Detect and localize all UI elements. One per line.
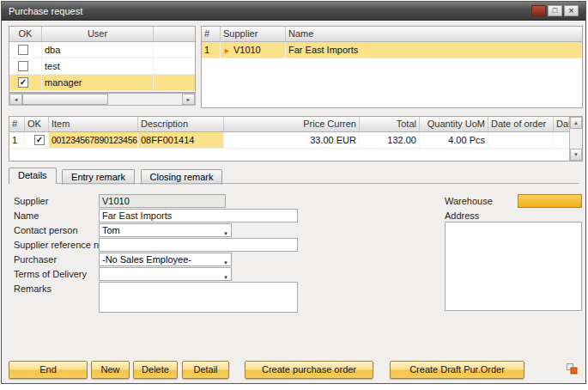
end-button[interactable]: End — [9, 361, 88, 379]
supplier-code[interactable]: V1010 — [233, 45, 261, 55]
tab-panel-border — [9, 183, 579, 184]
terms-of-delivery-dropdown[interactable]: ▼ — [99, 267, 232, 281]
approver-user-cell[interactable]: test — [42, 58, 154, 74]
create-purchase-order-button[interactable]: Create purchase order — [245, 361, 373, 379]
supplier-reference-field[interactable] — [99, 238, 298, 252]
approvers-horizontal-scrollbar[interactable]: ◄ ► — [9, 93, 196, 106]
column-header-ok: OK — [25, 117, 49, 131]
close-button[interactable]: × — [564, 5, 579, 16]
tab-strip: Details Entry remark Closing remark — [9, 168, 224, 184]
column-header-description: Description — [138, 117, 224, 131]
item-row-number[interactable]: 1 — [9, 132, 25, 148]
column-header-num: # — [9, 117, 25, 131]
scrollbar-track[interactable] — [570, 129, 582, 149]
checkbox[interactable] — [18, 45, 28, 55]
column-header-num: # — [202, 27, 221, 41]
purchaser-dropdown[interactable]: -No Sales Employee- ▼ — [99, 253, 232, 266]
supplier-field[interactable] — [99, 194, 226, 208]
column-header-price-currency: Price Curren — [224, 117, 360, 131]
create-draft-purchase-order-button[interactable]: Create Draft Pur.Order — [390, 361, 524, 379]
scroll-left-icon[interactable]: ◄ — [9, 94, 22, 105]
item-total-cell[interactable]: 132.00 — [360, 132, 420, 148]
item-date-of-order-cell[interactable] — [488, 132, 554, 148]
column-header-date-closing: Date c — [554, 117, 569, 131]
approver-ok-cell[interactable]: ✓ — [9, 75, 42, 90]
suppliers-header-row: # Supplier Name — [202, 27, 582, 42]
column-header-item: Item — [49, 117, 138, 131]
checkbox[interactable] — [18, 61, 28, 71]
approver-user-cell[interactable]: manager — [42, 75, 154, 90]
item-ok-cell[interactable]: ✓ — [25, 132, 49, 148]
column-header-ok: OK — [9, 27, 42, 41]
warehouse-field[interactable] — [518, 194, 582, 208]
link-arrow-icon[interactable]: ► — [223, 46, 231, 55]
name-field[interactable] — [99, 209, 298, 222]
scroll-right-icon[interactable]: ► — [182, 94, 195, 105]
supplier-code-cell[interactable]: ►V1010 — [221, 42, 286, 58]
approver-row[interactable]: test — [9, 58, 195, 75]
approver-empty-cell — [154, 42, 195, 58]
suppliers-grid: # Supplier Name 1 ►V1010 Far East Import… — [201, 26, 583, 108]
remarks-field[interactable] — [99, 282, 298, 313]
new-button[interactable]: New — [91, 361, 130, 379]
name-label: Name — [14, 210, 39, 221]
contact-person-value: Tom — [102, 225, 120, 235]
item-row[interactable]: 1 ✓ 001234567890123456 08FF001414 33.00 … — [9, 132, 569, 149]
maximize-button[interactable]: □ — [548, 5, 562, 16]
scrollbar-track[interactable] — [108, 94, 182, 105]
item-code-cell[interactable]: 001234567890123456 — [49, 132, 138, 148]
supplier-name-cell[interactable]: Far East Imports — [286, 42, 582, 58]
item-quantity-uom-cell[interactable]: 4.00 Pcs — [420, 132, 488, 148]
purchaser-value: -No Sales Employee- — [102, 254, 191, 265]
approver-ok-cell[interactable] — [9, 42, 42, 58]
approver-empty-cell — [154, 75, 195, 90]
scroll-down-icon[interactable]: ▼ — [570, 149, 582, 161]
approver-ok-cell[interactable] — [9, 58, 42, 74]
titlebar[interactable]: Purchase request □ × — [2, 2, 585, 21]
column-header-supplier: Supplier — [221, 27, 286, 41]
column-header-quantity-uom: Quantity UoM — [420, 117, 488, 131]
item-price-currency-cell[interactable]: 33.00 EUR — [224, 132, 360, 148]
resize-grip-icon[interactable] — [566, 363, 578, 375]
supplier-row-number[interactable]: 1 — [202, 42, 221, 58]
item-description-cell[interactable]: 08FF001414 — [138, 132, 224, 148]
supplier-reference-label: Supplier reference nu — [14, 240, 104, 250]
warehouse-label: Warehouse — [445, 196, 493, 206]
column-header-user: User — [42, 27, 154, 41]
checkbox[interactable]: ✓ — [18, 77, 28, 88]
item-date-closing-cell[interactable] — [554, 132, 569, 148]
column-header-date-of-order: Date of order — [488, 117, 554, 131]
terms-of-delivery-label: Terms of Delivery — [14, 269, 87, 279]
approver-user-cell[interactable]: dba — [42, 42, 154, 58]
items-vertical-scrollbar[interactable]: ▲ ▼ — [569, 117, 582, 161]
address-field[interactable] — [445, 222, 582, 311]
approver-row[interactable]: ✓ manager — [9, 75, 195, 91]
items-header-row: # OK Item Description Price Curren Total… — [9, 117, 569, 132]
supplier-row[interactable]: 1 ►V1010 Far East Imports — [202, 42, 582, 58]
approver-empty-cell — [154, 58, 195, 74]
purchase-request-window: Purchase request □ × OK User dba test ✓ … — [1, 1, 586, 384]
column-header-name: Name — [286, 27, 582, 41]
column-header-empty — [154, 27, 195, 41]
minimize-button[interactable] — [531, 5, 546, 16]
items-grid: # OK Item Description Price Curren Total… — [9, 116, 583, 161]
column-header-total: Total — [360, 117, 420, 131]
detail-button[interactable]: Detail — [182, 361, 229, 379]
supplier-label: Supplier — [14, 196, 48, 206]
address-label: Address — [445, 210, 479, 221]
purchaser-label: Purchaser — [14, 254, 57, 265]
remarks-label: Remarks — [14, 283, 52, 294]
delete-button[interactable]: Delete — [133, 361, 178, 379]
approvers-grid: OK User dba test ✓ manager — [9, 26, 196, 93]
tab-details[interactable]: Details — [9, 168, 57, 184]
scroll-up-icon[interactable]: ▲ — [570, 117, 582, 129]
approvers-header-row: OK User — [9, 27, 195, 42]
approver-row[interactable]: dba — [9, 42, 195, 58]
checkbox[interactable]: ✓ — [34, 135, 45, 145]
scrollbar-thumb[interactable] — [22, 94, 108, 105]
contact-person-dropdown[interactable]: Tom ▼ — [99, 223, 232, 237]
contact-person-label: Contact person — [14, 225, 78, 235]
window-title: Purchase request — [9, 6, 82, 16]
